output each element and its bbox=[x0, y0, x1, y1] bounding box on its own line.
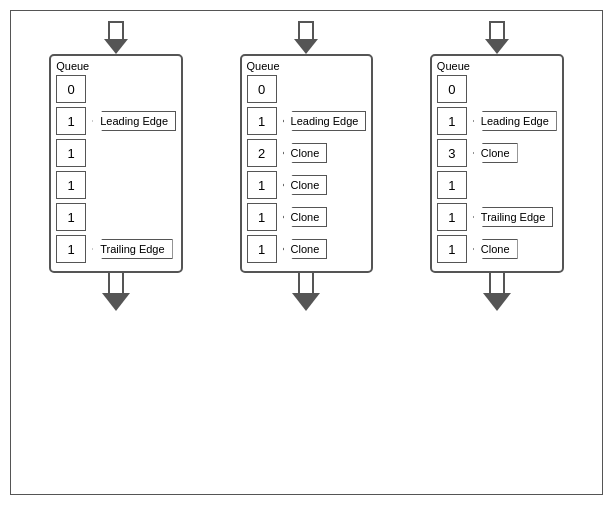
table-row: 0 bbox=[437, 75, 467, 103]
queue-box: Queue01Leading Edge1111Trailing Edge bbox=[49, 54, 183, 273]
table-row: 3Clone bbox=[437, 139, 518, 167]
table-row: 1Clone bbox=[437, 235, 518, 263]
arrow-top bbox=[485, 21, 509, 54]
table-row: 0 bbox=[247, 75, 277, 103]
arrow-head-top bbox=[485, 39, 509, 54]
arrow-bottom bbox=[292, 273, 320, 311]
queue-cell: 1 bbox=[247, 235, 277, 263]
queue-cell: 1 bbox=[437, 235, 467, 263]
queue-cell: 1 bbox=[56, 107, 86, 135]
diagram-col-2: Queue01Leading Edge2Clone1Clone1Clone1Cl… bbox=[240, 21, 374, 311]
table-row: 1Leading Edge bbox=[56, 107, 176, 135]
clone-label: Clone bbox=[283, 175, 328, 195]
table-row: 1 bbox=[56, 203, 86, 231]
table-row: 1 bbox=[56, 139, 86, 167]
arrow-shaft-bottom bbox=[489, 273, 505, 293]
queue-box: Queue01Leading Edge3Clone11Trailing Edge… bbox=[430, 54, 564, 273]
main-container: Queue01Leading Edge1111Trailing EdgeQueu… bbox=[10, 10, 603, 495]
table-row: 1 bbox=[437, 171, 467, 199]
queue-cell: 1 bbox=[437, 171, 467, 199]
arrow-shaft-top bbox=[298, 21, 314, 39]
diagram-col-3: Queue01Leading Edge3Clone11Trailing Edge… bbox=[430, 21, 564, 311]
leading-edge-label: Leading Edge bbox=[283, 111, 367, 131]
arrow-bottom bbox=[102, 273, 130, 311]
table-row: 1Trailing Edge bbox=[56, 235, 172, 263]
arrow-shaft-bottom bbox=[108, 273, 124, 293]
arrow-head-top bbox=[294, 39, 318, 54]
arrow-head-top bbox=[104, 39, 128, 54]
clone-label: Clone bbox=[473, 143, 518, 163]
queue-cell: 0 bbox=[247, 75, 277, 103]
queue-cell: 0 bbox=[56, 75, 86, 103]
table-row: 1Leading Edge bbox=[247, 107, 367, 135]
arrow-head-bottom bbox=[102, 293, 130, 311]
queue-cell: 0 bbox=[437, 75, 467, 103]
trailing-edge-label: Trailing Edge bbox=[92, 239, 172, 259]
queue-label: Queue bbox=[247, 60, 280, 72]
arrow-top bbox=[294, 21, 318, 54]
queue-label: Queue bbox=[56, 60, 89, 72]
queue-box: Queue01Leading Edge2Clone1Clone1Clone1Cl… bbox=[240, 54, 374, 273]
queue-cell: 1 bbox=[437, 107, 467, 135]
clone-label: Clone bbox=[283, 239, 328, 259]
table-row: 2Clone bbox=[247, 139, 328, 167]
queue-cell: 1 bbox=[56, 139, 86, 167]
arrow-shaft-top bbox=[489, 21, 505, 39]
queue-cell: 1 bbox=[247, 171, 277, 199]
diagram-col-1: Queue01Leading Edge1111Trailing Edge bbox=[49, 21, 183, 311]
queue-cell: 2 bbox=[247, 139, 277, 167]
queue-cell: 1 bbox=[56, 203, 86, 231]
arrow-head-bottom bbox=[292, 293, 320, 311]
queue-cell: 3 bbox=[437, 139, 467, 167]
table-row: 0 bbox=[56, 75, 86, 103]
arrow-bottom bbox=[483, 273, 511, 311]
queue-label: Queue bbox=[437, 60, 470, 72]
clone-label: Clone bbox=[473, 239, 518, 259]
queue-cell: 1 bbox=[56, 235, 86, 263]
arrow-shaft-top bbox=[108, 21, 124, 39]
leading-edge-label: Leading Edge bbox=[92, 111, 176, 131]
queue-cell: 1 bbox=[437, 203, 467, 231]
queue-cell: 1 bbox=[247, 203, 277, 231]
clone-label: Clone bbox=[283, 143, 328, 163]
table-row: 1Trailing Edge bbox=[437, 203, 553, 231]
arrow-top bbox=[104, 21, 128, 54]
clone-label: Clone bbox=[283, 207, 328, 227]
leading-edge-label: Leading Edge bbox=[473, 111, 557, 131]
table-row: 1Clone bbox=[247, 203, 328, 231]
arrow-head-bottom bbox=[483, 293, 511, 311]
trailing-edge-label: Trailing Edge bbox=[473, 207, 553, 227]
table-row: 1 bbox=[56, 171, 86, 199]
queue-cell: 1 bbox=[56, 171, 86, 199]
arrow-shaft-bottom bbox=[298, 273, 314, 293]
table-row: 1Clone bbox=[247, 235, 328, 263]
queue-cell: 1 bbox=[247, 107, 277, 135]
table-row: 1Leading Edge bbox=[437, 107, 557, 135]
table-row: 1Clone bbox=[247, 171, 328, 199]
